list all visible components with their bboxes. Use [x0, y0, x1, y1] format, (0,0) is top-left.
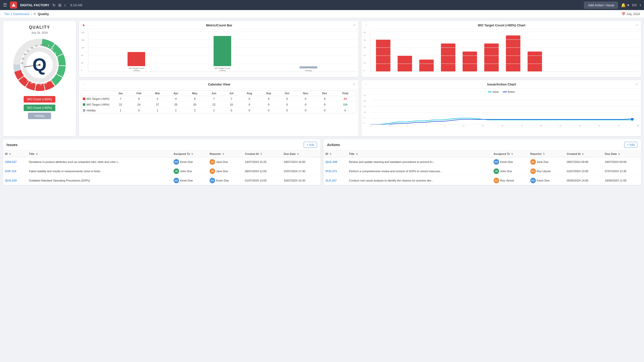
- calendar-icon: 📅: [622, 12, 625, 16]
- action-id-link[interactable]: SLD-167: [326, 179, 337, 182]
- issue-assigned: KD Kevin Doe: [172, 176, 208, 185]
- bell-icon[interactable]: 🔔 ▾: [621, 3, 629, 8]
- cal-cell: 0: [259, 108, 278, 113]
- col-due: Due Date ⇅: [603, 151, 641, 157]
- action-due: 18/07/2024 09:00: [603, 157, 641, 167]
- sort-icon[interactable]: ⇅: [356, 153, 358, 155]
- lang-chevron[interactable]: ▾: [640, 4, 641, 7]
- col-id: ID ⇅: [3, 151, 27, 157]
- wo-y-axis: 50 40 30 20 10 0: [364, 31, 371, 72]
- star-icon-empty[interactable]: ☆: [365, 23, 368, 27]
- y-tick: 30: [364, 47, 371, 49]
- calendar-row-red: WO Target (<60%) 7 6 2 4 8 7 7 0 0: [81, 96, 356, 102]
- x-tick: 19: [540, 125, 542, 127]
- col-created: Created At ⇅: [243, 151, 282, 157]
- holiday-button[interactable]: Holiday: [28, 113, 51, 119]
- legend-issue-label: Issue: [493, 90, 499, 93]
- star-icon-filled[interactable]: ★: [82, 23, 85, 27]
- header-icons: ↻ ⊞ ⌂: [52, 3, 66, 8]
- actions-add-button[interactable]: + Add: [624, 142, 637, 148]
- table-row: QUA-289 Review and update cleaning and s…: [324, 157, 641, 167]
- breadcrumb-parent[interactable]: Tier 1 Dashboard: [4, 12, 29, 16]
- col-header-mar: Mar: [148, 91, 167, 96]
- star-icon-empty[interactable]: ☆: [82, 82, 85, 86]
- expand-icon[interactable]: ⤢: [635, 23, 638, 27]
- refresh-icon[interactable]: ↻: [52, 3, 56, 8]
- issue-title: Failed stability test results or measure…: [27, 167, 172, 176]
- x-tick: 15: [501, 125, 503, 127]
- sort-icon[interactable]: ⇅: [582, 153, 584, 155]
- sort-icon[interactable]: ⇅: [618, 153, 620, 155]
- y-tick: 0: [81, 69, 88, 72]
- cal-cell: 0: [239, 102, 259, 108]
- layout-icon[interactable]: ⊞: [58, 3, 61, 8]
- cal-cell: 6: [130, 96, 148, 102]
- actions-header-row: ID ⇅ Title ⇅ Assigned To ⇅ Reporter ⇅ Cr…: [324, 151, 641, 157]
- sort-icon[interactable]: ⇅: [260, 153, 262, 155]
- sort-icon[interactable]: ⇅: [191, 153, 193, 155]
- star-icon-empty[interactable]: ☆: [365, 82, 368, 86]
- wo-count-red-button[interactable]: WO Count (<60%): [24, 96, 55, 103]
- add-action-button[interactable]: Add Action / Issue: [584, 2, 618, 9]
- cal-cell: 0: [315, 108, 334, 113]
- sort-icon[interactable]: ⇅: [511, 153, 513, 155]
- action-id-link[interactable]: QUA-289: [326, 160, 337, 163]
- home-icon[interactable]: ⌂: [64, 3, 66, 7]
- issues-add-button[interactable]: + Add: [304, 142, 317, 148]
- cal-cell: 2: [185, 108, 205, 113]
- language-selector[interactable]: EN: [632, 3, 637, 7]
- sort-icon[interactable]: ⇅: [222, 153, 224, 155]
- x-tick: 3: [389, 125, 390, 127]
- main-grid: QUALITY July 18, 2024: [0, 18, 644, 188]
- table-row: SLD-167 Conduct root cause analysis to i…: [324, 176, 641, 185]
- bar-label: Holiday: [305, 69, 312, 72]
- svg-text:10: 10: [44, 82, 47, 84]
- metric-bar-header: ★ Metric/Count Bar ⤢: [79, 21, 358, 29]
- y-axis: 200 160 120 80 40 0: [81, 31, 88, 72]
- sort-icon[interactable]: ⇅: [9, 153, 11, 155]
- row-label-text: WO Target (>90%): [87, 103, 109, 106]
- x-tick: 11: [463, 125, 465, 127]
- cal-cell: 22: [205, 102, 223, 108]
- svg-text:29: 29: [22, 57, 24, 60]
- chart-grid: WO Target Count (<60%) WO Target Count (…: [88, 31, 356, 72]
- legend-action-label: Action: [508, 90, 515, 93]
- breadcrumb-left: Tier 1 Dashboard › ⚙ Quality: [4, 12, 49, 16]
- svg-text:17: 17: [21, 67, 23, 69]
- actions-table-body: QUA-289 Review and update cleaning and s…: [324, 157, 641, 185]
- table-row: GRN-527 Deviations in product attributes…: [3, 157, 320, 167]
- issue-id-link[interactable]: GRN-527: [5, 160, 17, 163]
- breadcrumb: Tier 1 Dashboard › ⚙ Quality 📅 July, 202…: [0, 10, 644, 18]
- quality-q-letter: Q: [32, 55, 47, 75]
- expand-icon[interactable]: ⤢: [635, 82, 638, 86]
- svg-text:8: 8: [53, 76, 54, 78]
- expand-icon[interactable]: ⤢: [353, 82, 355, 86]
- actions-header: Actions + Add: [324, 139, 641, 151]
- issue-id-link[interactable]: DSP-314: [5, 170, 16, 173]
- svg-text:30: 30: [24, 53, 26, 56]
- wo-count-green-button[interactable]: WO Count (>90%): [24, 105, 55, 111]
- svg-text:7: 7: [55, 72, 57, 74]
- hamburger-menu[interactable]: ☰: [3, 2, 7, 8]
- issue-id-link[interactable]: QUA-229: [5, 179, 17, 182]
- action-id-link[interactable]: PCK-273: [326, 170, 337, 173]
- row-label-text: Holiday: [87, 109, 96, 112]
- svg-marker-0: [12, 3, 16, 7]
- hamburger-icon[interactable]: ☰: [3, 2, 7, 8]
- action-reporter: RU Roy Ulysse: [528, 167, 565, 176]
- col-header-oct: Oct: [278, 91, 296, 96]
- svg-point-68: [631, 118, 634, 120]
- sort-icon[interactable]: ⇅: [297, 153, 299, 155]
- wo-target-panel: ☆ WO Target Count (<60%) Chart ⤢ 50 40 3…: [361, 21, 641, 77]
- svg-rect-53: [506, 35, 520, 72]
- sort-icon[interactable]: ⇅: [36, 153, 38, 155]
- sort-icon[interactable]: ⇅: [330, 153, 332, 155]
- issue-action-header: ☆ Issue/Action Chart ⤢: [361, 80, 641, 88]
- svg-text:24: 24: [44, 44, 47, 47]
- svg-text:2: 2: [52, 48, 53, 50]
- line-chart-svg: [371, 94, 641, 124]
- sort-icon[interactable]: ⇅: [543, 153, 545, 155]
- svg-text:22: 22: [27, 50, 29, 52]
- expand-icon[interactable]: ⤢: [353, 23, 355, 27]
- issue-title: Outdated Standard Operating Procedures (…: [27, 176, 172, 185]
